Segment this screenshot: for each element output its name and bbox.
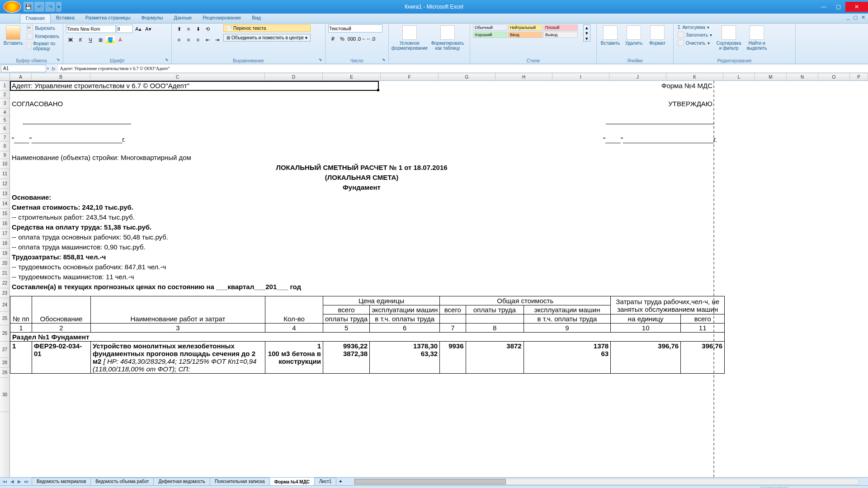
ribbon-restore-icon[interactable]: ▢ [853, 14, 858, 20]
col-header-H[interactable]: H [495, 73, 552, 80]
font-size-select[interactable] [117, 25, 133, 33]
col-header-A[interactable]: A [10, 73, 32, 80]
sheet-nav-prev[interactable]: ◀ [9, 479, 15, 484]
row-header-14[interactable]: 14 [0, 199, 9, 209]
sheet-tab-5[interactable]: Лист1 [314, 478, 336, 485]
col-header-P[interactable]: P [850, 73, 868, 80]
row-header-7[interactable]: 7 [0, 134, 9, 141]
align-left-button[interactable]: ≡ [175, 35, 184, 44]
copy-button[interactable]: Копировать [25, 33, 61, 40]
bold-button[interactable]: Ж [66, 35, 75, 44]
delete-cells-button[interactable]: Удалить [623, 24, 645, 47]
col-header-L[interactable]: L [723, 73, 755, 80]
qat-redo[interactable]: ↷ [45, 2, 55, 12]
name-box[interactable] [1, 65, 46, 72]
row-header-15[interactable]: 15 [0, 209, 9, 219]
styles-up[interactable]: ▴ [584, 25, 590, 30]
row-header-27[interactable]: 27 [0, 342, 9, 358]
format-as-table-button[interactable]: Форматировать как таблицу [429, 24, 466, 52]
fill-button[interactable]: Заполнить▾ [676, 31, 713, 38]
sheet-tab-1[interactable]: Ведомость объема работ [90, 478, 154, 485]
row-header-28[interactable]: 28 [0, 358, 9, 368]
row-header-11[interactable]: 11 [0, 169, 9, 179]
formula-input[interactable] [58, 65, 868, 72]
row-header-10[interactable]: 10 [0, 159, 9, 169]
col-header-C[interactable]: C [90, 73, 265, 80]
style-neutral[interactable]: Нейтральный [508, 24, 542, 31]
minimize-button[interactable]: — [816, 2, 831, 12]
merge-center-button[interactable]: ⊞Объединить и поместить в центре▾ [223, 34, 311, 42]
font-launcher[interactable]: ⬊ [165, 57, 170, 63]
row-header-25[interactable]: 25 [0, 312, 9, 325]
number-launcher[interactable]: ⬊ [382, 57, 387, 63]
decrease-font-button[interactable]: A▾ [144, 24, 153, 33]
decrease-decimal-button[interactable]: ←.0 [366, 34, 375, 43]
paste-button[interactable]: Вставить [3, 24, 24, 47]
row-header-30[interactable]: 30 [0, 378, 9, 412]
currency-button[interactable]: ₽ [328, 34, 337, 43]
tab-Главная[interactable]: Главная [20, 14, 51, 23]
sheet-nav-next[interactable]: ▶ [16, 479, 23, 484]
qat-save[interactable]: 💾 [24, 2, 33, 12]
number-format-select[interactable] [328, 24, 382, 33]
styles-down[interactable]: ▾ [584, 30, 590, 36]
tab-Формулы[interactable]: Формулы [136, 14, 169, 23]
style-input[interactable]: Ввод [508, 32, 542, 38]
office-button[interactable] [4, 1, 21, 13]
fill-handle[interactable] [377, 89, 379, 91]
font-family-select[interactable] [66, 25, 116, 33]
maximize-button[interactable]: ▢ [831, 2, 845, 12]
increase-font-button[interactable]: A▴ [134, 24, 143, 33]
row-header-26[interactable]: 26 [0, 325, 9, 342]
style-normal[interactable]: Обычный [473, 24, 507, 31]
font-color-button[interactable]: A [116, 35, 125, 44]
underline-button[interactable]: Ч [86, 35, 95, 44]
row-header-2[interactable]: 2 [0, 91, 9, 99]
col-header-N[interactable]: N [787, 73, 818, 80]
horizontal-scrollbar[interactable] [354, 479, 859, 485]
row-header-8[interactable]: 8 [0, 141, 9, 151]
insert-cells-button[interactable]: Вставить [599, 24, 621, 47]
row-header-19[interactable]: 19 [0, 249, 9, 258]
close-button[interactable]: ✕ [845, 2, 868, 12]
align-top-button[interactable]: ⬆ [175, 24, 184, 33]
col-header-E[interactable]: E [323, 73, 381, 80]
row-header-1[interactable]: 1 [0, 81, 9, 91]
col-header-K[interactable]: K [666, 73, 723, 80]
comma-button[interactable]: 000 [347, 34, 356, 43]
row-header-5[interactable]: 5 [0, 116, 9, 124]
row-header-3[interactable]: 3 [0, 99, 9, 108]
sheet-tab-3[interactable]: Пояснительная записка [210, 478, 270, 485]
row-header-29[interactable]: 29 [0, 368, 9, 378]
style-output[interactable]: Вывод [543, 32, 578, 38]
col-header-M[interactable]: M [755, 73, 787, 80]
row-header-23[interactable]: 23 [0, 288, 9, 298]
decrease-indent-button[interactable]: ⇤ [203, 35, 212, 44]
ribbon-minimize-icon[interactable]: _ [847, 14, 849, 20]
sheet-tab-4[interactable]: Форма №4 МДС [269, 478, 315, 485]
tab-Разметка страницы[interactable]: Разметка страницы [80, 14, 136, 23]
align-bottom-button[interactable]: ⬇ [193, 24, 203, 33]
qat-dropdown[interactable]: ▾ [56, 2, 61, 12]
align-center-button[interactable]: ≡ [184, 35, 193, 44]
tab-Вставка[interactable]: Вставка [51, 14, 80, 23]
row-header-12[interactable]: 12 [0, 179, 9, 189]
wrap-text-button[interactable]: 📄Перенос текста [223, 24, 311, 32]
row-header-18[interactable]: 18 [0, 239, 9, 249]
row-header-9[interactable]: 9 [0, 151, 9, 159]
row-header-21[interactable]: 21 [0, 268, 9, 278]
format-cells-button[interactable]: Формат [646, 24, 668, 47]
sort-filter-button[interactable]: Сортировкаи фильтр [715, 24, 742, 52]
row-header-17[interactable]: 17 [0, 229, 9, 239]
col-header-D[interactable]: D [265, 73, 323, 80]
style-bad[interactable]: Плохой [543, 24, 578, 31]
styles-gallery[interactable]: Обычный Нейтральный Плохой Хороший Ввод … [473, 24, 581, 38]
ribbon-close-icon[interactable]: ✕ [861, 14, 865, 20]
percent-button[interactable]: % [338, 34, 347, 43]
col-header-B[interactable]: B [32, 73, 90, 80]
row-header-22[interactable]: 22 [0, 278, 9, 288]
find-select-button[interactable]: Найти ивыделить [744, 24, 769, 52]
increase-indent-button[interactable]: ⇥ [212, 35, 222, 44]
qat-undo[interactable]: ↶ [34, 2, 44, 12]
sheet-tab-0[interactable]: Ведомость материалов [32, 478, 91, 485]
